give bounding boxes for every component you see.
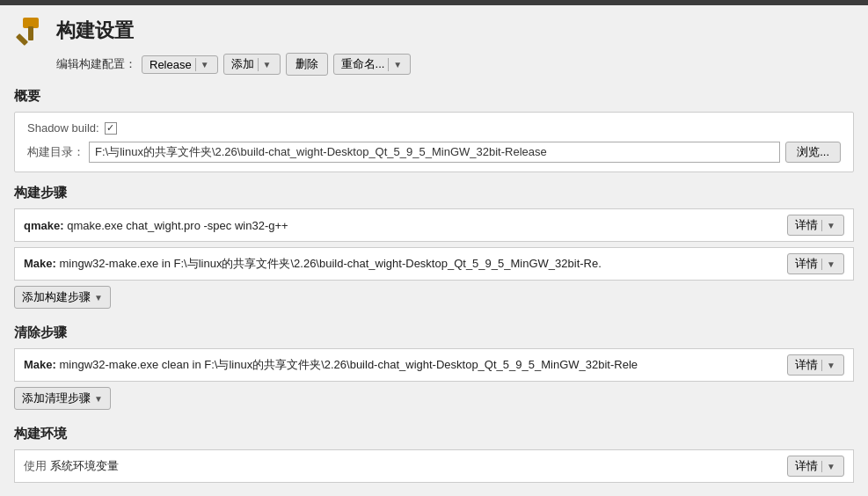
config-value: Release bbox=[150, 58, 192, 71]
build-step-1-details-label: 详情 bbox=[795, 217, 818, 233]
add-clean-step-arrow: ▼ bbox=[94, 394, 103, 404]
config-dropdown-arrow: ▼ bbox=[195, 58, 214, 71]
header-row: 构建设置 bbox=[14, 14, 854, 47]
add-dropdown-arrow: ▼ bbox=[258, 58, 276, 71]
rename-dropdown-arrow: ▼ bbox=[388, 58, 406, 71]
env-row: 使用 系统环境变量 详情 ▼ bbox=[14, 449, 854, 483]
build-step-2-cmd: Make: bbox=[24, 257, 56, 270]
clean-step-1-arrow: ▼ bbox=[821, 360, 840, 371]
add-clean-step-label: 添加清理步骤 bbox=[22, 390, 91, 406]
clean-step-1-text: Make: mingw32-make.exe clean in F:\与linu… bbox=[24, 357, 780, 373]
shadow-build-label: Shadow build: bbox=[27, 121, 99, 135]
delete-button[interactable]: 删除 bbox=[286, 53, 328, 76]
clean-step-row: Make: mingw32-make.exe clean in F:\与linu… bbox=[14, 348, 854, 382]
svg-rect-2 bbox=[28, 26, 33, 40]
env-prefix: 使用 bbox=[24, 459, 47, 472]
env-text: 使用 系统环境变量 bbox=[24, 458, 780, 474]
rename-button[interactable]: 重命名... ▼ bbox=[333, 54, 412, 75]
build-steps-title: 构建步骤 bbox=[14, 185, 854, 201]
build-step-2-details[interactable]: 详情 ▼ bbox=[787, 253, 844, 274]
build-step-2-text: Make: mingw32-make.exe in F:\与linux的共享文件… bbox=[24, 256, 780, 272]
shadow-build-checkbox[interactable] bbox=[105, 122, 117, 135]
build-step-1-detail: qmake.exe chat_wight.pro -spec win32-g++ bbox=[67, 219, 288, 232]
add-clean-step-button[interactable]: 添加清理步骤 ▼ bbox=[14, 387, 111, 410]
add-build-step-arrow: ▼ bbox=[94, 293, 103, 303]
add-build-step-label: 添加构建步骤 bbox=[22, 289, 91, 305]
env-details-button[interactable]: 详情 ▼ bbox=[787, 456, 844, 477]
build-step-1-details[interactable]: 详情 ▼ bbox=[787, 215, 844, 236]
env-details-arrow: ▼ bbox=[821, 461, 840, 472]
build-dir-row: 构建目录： 浏览... bbox=[27, 142, 841, 163]
add-label: 添加 bbox=[231, 56, 254, 72]
shadow-build-row: Shadow build: bbox=[27, 121, 841, 135]
overview-title: 概要 bbox=[14, 88, 854, 105]
env-system-label: 系统环境变量 bbox=[50, 459, 119, 472]
build-step-1-arrow: ▼ bbox=[821, 220, 840, 231]
add-button[interactable]: 添加 ▼ bbox=[223, 54, 281, 75]
rename-label: 重命名... bbox=[341, 56, 385, 72]
overview-card: Shadow build: 构建目录： 浏览... bbox=[14, 112, 854, 172]
toolbar-label: 编辑构建配置： bbox=[56, 56, 136, 72]
page-title: 构建设置 bbox=[56, 18, 134, 44]
hammer-icon bbox=[14, 14, 47, 47]
clean-step-1-details-label: 详情 bbox=[795, 357, 818, 373]
add-build-step-button[interactable]: 添加构建步骤 ▼ bbox=[14, 286, 111, 309]
build-step-1-text: qmake: qmake.exe chat_wight.pro -spec wi… bbox=[24, 219, 780, 232]
build-env-title: 构建环境 bbox=[14, 426, 854, 442]
browse-button[interactable]: 浏览... bbox=[785, 142, 841, 163]
build-step-2-detail: mingw32-make.exe in F:\与linux的共享文件夹\2.26… bbox=[59, 257, 601, 270]
clean-step-1-detail: mingw32-make.exe clean in F:\与linux的共享文件… bbox=[59, 358, 638, 371]
env-details-label: 详情 bbox=[795, 458, 818, 474]
build-dir-input[interactable] bbox=[89, 142, 780, 163]
build-step-row: qmake: qmake.exe chat_wight.pro -spec wi… bbox=[14, 208, 854, 242]
clean-step-1-cmd: Make: bbox=[24, 358, 56, 371]
page-container: 构建设置 编辑构建配置： Release ▼ 添加 ▼ 删除 重命名... ▼ … bbox=[0, 5, 868, 496]
build-dir-label: 构建目录： bbox=[27, 144, 89, 160]
clean-steps-title: 清除步骤 bbox=[14, 325, 854, 341]
config-dropdown[interactable]: Release ▼ bbox=[142, 55, 218, 74]
build-step-2-details-label: 详情 bbox=[795, 256, 818, 272]
build-step-2-arrow: ▼ bbox=[821, 259, 840, 270]
build-step-1-cmd: qmake: bbox=[24, 219, 64, 232]
toolbar-row: 编辑构建配置： Release ▼ 添加 ▼ 删除 重命名... ▼ bbox=[56, 53, 854, 76]
build-step-2-row: Make: mingw32-make.exe in F:\与linux的共享文件… bbox=[14, 247, 854, 281]
svg-rect-0 bbox=[16, 33, 28, 46]
clean-step-1-details[interactable]: 详情 ▼ bbox=[787, 354, 844, 376]
